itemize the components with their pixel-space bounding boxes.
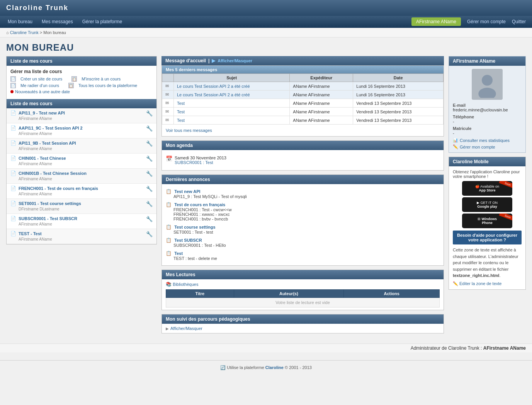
annonce-title-3[interactable]: Test SUBSCR — [174, 238, 202, 243]
course-tool-subscr0001[interactable]: 🔧 — [146, 216, 153, 222]
course-name-subscr0001[interactable]: SUBSCR0001 - Test SUBSCR — [19, 216, 77, 221]
course-tool-test[interactable]: 🔧 — [146, 231, 153, 237]
msg-col-date: Date — [353, 74, 444, 82]
left-column: Liste de mes cours Gérer ma liste de cou… — [6, 56, 157, 337]
annonce-sub-1-1: FRENCH001 : xwwxc - xwcxc — [173, 212, 440, 217]
course-doc-icon-subscr0001: 📄 — [10, 216, 16, 221]
breadcrumb-root[interactable]: Claroline Trunk — [10, 30, 39, 35]
account-link[interactable]: ✏️ Gérer mon compte — [453, 144, 522, 149]
library-icon: 📚 — [166, 282, 172, 287]
course-item-french001: 📄 FRENCH001 - Test de cours en français … — [7, 184, 156, 199]
course-teacher-chin001b: AFirstname AName — [19, 177, 52, 181]
course-tool-set0001[interactable]: 🔧 — [146, 201, 153, 207]
course-name-aapi11[interactable]: AAPI11_9C - Test Session API 2 — [19, 126, 83, 130]
stats-link[interactable]: 📊 Consulter mes statistiques — [453, 138, 522, 143]
course-name-chin001b[interactable]: CHIN001B - Test Chinese Session — [19, 171, 87, 176]
course-info-chin001: CHIN001 - Test Chinese AFirstname AName — [19, 156, 146, 166]
course-info-french001: FRENCH001 - Test de cours en français AF… — [19, 186, 146, 197]
annonce-title-0[interactable]: Test new API — [174, 189, 200, 194]
annonce-1: 📋 Test de cours en français FRENCH001 : … — [166, 200, 440, 223]
annonce-title-2[interactable]: Test course settings — [174, 225, 215, 229]
lectures-col-author: Auteur(s) — [234, 290, 344, 298]
annonce-title-1[interactable]: Test de cours en français — [174, 202, 225, 207]
edit-link[interactable]: ✏️ Editer la zone de texte — [453, 281, 522, 286]
course-management: Gérer ma liste de cours 📄 Créer un site … — [7, 66, 156, 98]
subscribe-link[interactable]: M'inscrire à un cours — [82, 77, 121, 81]
parcours-show-hide[interactable]: ▶ Afficher/Masquer — [166, 326, 440, 331]
course-teacher-api11: AFirstname AName — [19, 116, 52, 121]
main-layout: Liste de mes cours Gérer ma liste de cou… — [0, 56, 532, 343]
parcours-show-hide-link[interactable]: Afficher/Masquer — [170, 326, 202, 331]
course-tool-api11b[interactable]: 🔧 — [146, 140, 153, 147]
user-panel-body: E-mail frederic.minne@uclouvain.be Télép… — [449, 66, 525, 152]
course-tool-aapi11[interactable]: 🔧 — [146, 125, 153, 132]
windows-label: ⊞ WindowsPhone — [478, 217, 497, 225]
msg-date-0: Lundi 16 Septembre 2013 — [353, 82, 444, 91]
annonce-4: 📋 Test TEST : test - delete me — [166, 249, 440, 262]
annonce-4-row: 📋 Test — [166, 251, 440, 256]
unsubscribe-link[interactable]: Me radier d'un cours — [20, 83, 59, 88]
course-info-test: TEST - Test AFirstname AName — [19, 231, 146, 242]
welcome-label: Message d'accueil — [165, 58, 206, 63]
course-teacher-set0001: DFirstname DLastname — [19, 207, 59, 211]
user-panel-header: AFirstname AName — [449, 56, 525, 66]
stats-link-text[interactable]: Consulter mes statistiques — [460, 138, 510, 143]
windows-badge[interactable]: ⊞ WindowsPhone Soon — [462, 214, 512, 228]
course-doc-icon-api11b: 📄 — [10, 140, 16, 146]
avatar-container — [453, 69, 522, 100]
annonce-2-row: 📋 Test course settings — [166, 224, 440, 230]
course-name-api11[interactable]: API11_9 - Test new API — [19, 111, 65, 115]
help-button[interactable]: Besoin d'aide pour configurer votre appl… — [453, 231, 522, 244]
course-tool-french001[interactable]: 🔧 — [146, 186, 153, 192]
unsubscribe-icon: 📄 — [10, 83, 16, 88]
parcours-body: ▶ Afficher/Masquer — [162, 324, 444, 333]
libraries-link[interactable]: Bibliothèques — [173, 282, 198, 287]
msg-sender-4: AName AFirstname — [290, 116, 353, 125]
all-courses-link[interactable]: Tous les cours de la plateforme — [78, 83, 137, 88]
course-item-subscr0001: 📄 SUBSCR0001 - Test SUBSCR AFirstname AN… — [7, 214, 156, 229]
lectures-empty-cell: Votre liste de lecture est vide — [166, 298, 440, 308]
msg-icon-3: ✉ — [162, 108, 174, 116]
separator: | — [208, 58, 209, 63]
libraries-row: 📚 Bibliothèques — [166, 282, 440, 287]
course-tool-api11[interactable]: 🔧 — [146, 110, 153, 116]
nav-mes-messages[interactable]: Mes messages — [37, 16, 78, 27]
edit-link-text[interactable]: Editer la zone de texte — [459, 281, 501, 286]
google-badge[interactable]: ▶ GET IT ONGoogle play — [462, 197, 512, 212]
nav-gerer-plateforme[interactable]: Gérer la plateforme — [78, 16, 127, 27]
management-title: Gérer ma liste de cours — [10, 69, 153, 74]
mgmt-row-news: Nouveautés à une autre date — [10, 89, 153, 94]
annonce-2: 📋 Test course settings SET0001 : Test - … — [166, 223, 440, 236]
course-doc-icon-chin001b: 📄 — [10, 171, 16, 176]
course-teacher-french001: AFirstname AName — [19, 192, 52, 196]
course-name-api11b[interactable]: API11_9B - Test Session API — [19, 141, 76, 145]
course-info-api11b: API11_9B - Test Session API AFirstname A… — [19, 140, 146, 151]
course-name-chin001[interactable]: CHIN001 - Test Chinese — [19, 156, 66, 161]
lectures-col-title: Titre — [166, 290, 234, 298]
user-pill[interactable]: AFirstname AName — [411, 17, 461, 26]
course-tool-chin001[interactable]: 🔧 — [146, 156, 153, 162]
course-name-test[interactable]: TEST - Test — [19, 231, 42, 236]
msg-row-4: ✉ Test AName AFirstname Vendredi 13 Sept… — [162, 116, 444, 125]
quit-link[interactable]: Quitter — [509, 16, 529, 27]
course-name-french001[interactable]: FRENCH001 - Test de cours en français — [19, 186, 98, 191]
create-course-link[interactable]: Créer un site de cours — [20, 77, 62, 81]
center-column: Message d'accueil | ▶ Afficher/Masquer M… — [161, 56, 444, 337]
annonce-title-4[interactable]: Test — [174, 251, 183, 256]
course-tool-chin001b[interactable]: 🔧 — [146, 171, 153, 177]
footer-claroline[interactable]: Claroline — [265, 365, 284, 370]
news-link[interactable]: Nouveautés à une autre date — [15, 89, 70, 94]
see-all-messages-link[interactable]: Voir tous mes messages — [166, 126, 440, 134]
msg-subject-3: Test — [174, 108, 290, 116]
account-link-text[interactable]: Gérer mon compte — [460, 145, 495, 149]
navbar: Mon bureau Mes messages Gérer la platefo… — [0, 16, 532, 28]
appstore-badge[interactable]: 🍎 Available onApp Store Soon — [462, 181, 512, 196]
home-icon: ⌂ — [6, 30, 9, 35]
annonce-0-row: 📋 Test new API — [166, 189, 440, 194]
course-name-set0001[interactable]: SET0001 - Test course settings — [19, 201, 81, 206]
show-hide-link[interactable]: Afficher/Masquer — [218, 58, 252, 63]
manage-account-link[interactable]: Gérer mon compte — [464, 16, 509, 27]
nav-mon-bureau[interactable]: Mon bureau — [3, 16, 37, 27]
annonce-icon-2: 📋 — [166, 224, 172, 230]
lectures-table: Titre Auteur(s) Actions Votre liste de l… — [166, 289, 440, 308]
